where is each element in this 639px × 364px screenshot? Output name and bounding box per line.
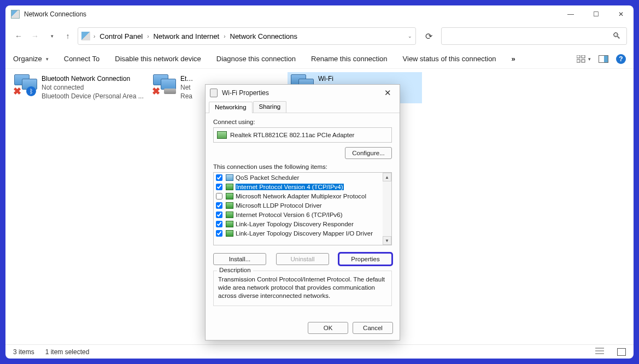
help-button[interactable]: ? <box>616 54 626 64</box>
protocol-item[interactable]: Internet Protocol Version 4 (TCP/IPv4) <box>214 182 383 191</box>
maximize-button[interactable]: ☐ <box>583 5 608 23</box>
chevron-right-icon: › <box>92 33 96 39</box>
connection-name: Bluetooth Network Connection <box>42 74 144 83</box>
connection-device: Bluetooth Device (Personal Area ... <box>42 92 144 101</box>
diagnose-button[interactable]: Diagnose this connection <box>216 55 296 63</box>
protocol-checkbox[interactable] <box>216 221 222 227</box>
breadcrumb-item[interactable]: Network Connections <box>229 32 299 40</box>
list-view-icon <box>595 347 604 355</box>
connect-to-button[interactable]: Connect To <box>64 55 100 63</box>
cancel-button[interactable]: Cancel <box>353 322 393 334</box>
protocol-icon <box>226 221 233 227</box>
properties-button[interactable]: Properties <box>339 253 392 265</box>
install-button[interactable]: Install... <box>213 253 266 265</box>
large-icons-view-button[interactable] <box>617 348 626 356</box>
chevron-right-icon: › <box>146 33 150 39</box>
rename-button[interactable]: Rename this connection <box>311 55 387 63</box>
dialog-close-button[interactable]: ✕ <box>380 86 395 99</box>
protocol-label: Link-Layer Topology Discovery Mapper I/O… <box>236 230 373 237</box>
address-dropdown-icon[interactable]: ⌄ <box>408 33 412 39</box>
svg-rect-2 <box>577 60 580 62</box>
breadcrumb-item[interactable]: Network and Internet <box>152 32 220 40</box>
navigation-row: ← → ▾ ↑ › Control Panel › Network and In… <box>5 23 634 49</box>
bluetooth-icon: ᛒ <box>26 86 36 96</box>
connect-using-label: Connect using: <box>213 119 392 125</box>
protocol-checkbox[interactable] <box>216 230 222 237</box>
address-bar[interactable]: › Control Panel › Network and Internet ›… <box>78 27 416 45</box>
protocol-label: Link-Layer Topology Discovery Responder <box>236 221 354 227</box>
protocol-label: Internet Protocol Version 4 (TCP/IPv4) <box>236 184 344 190</box>
dialog-tabs: Networking Sharing <box>206 101 400 113</box>
description-group: Description Transmission Control Protoco… <box>213 271 392 306</box>
svg-rect-1 <box>582 55 585 58</box>
forward-button[interactable]: → <box>28 28 42 44</box>
protocol-item[interactable]: Link-Layer Topology Discovery Mapper I/O… <box>214 228 383 238</box>
dialog-body: Connect using: Realtek RTL8821CE 802.11a… <box>206 113 400 316</box>
chevron-right-icon: › <box>222 33 226 39</box>
connection-name: Wi-Fi <box>318 74 349 83</box>
protocol-label: Microsoft Network Adapter Multiplexor Pr… <box>236 193 366 199</box>
properties-icon <box>210 89 218 97</box>
protocol-item[interactable]: Link-Layer Topology Discovery Responder <box>214 219 383 228</box>
back-button[interactable]: ← <box>12 28 25 44</box>
view-options-button[interactable]: ▾ <box>577 55 591 63</box>
protocol-icon <box>226 193 233 199</box>
protocol-icon <box>226 184 233 190</box>
scroll-up-button[interactable]: ▲ <box>383 173 391 181</box>
disable-device-button[interactable]: Disable this network device <box>115 55 201 63</box>
connection-item-bluetooth[interactable]: ✖ ᛒ Bluetooth Network Connection Not con… <box>11 72 150 103</box>
thumbnails-icon <box>577 55 585 63</box>
ok-button[interactable]: OK <box>308 322 348 334</box>
view-status-button[interactable]: View status of this connection <box>403 55 496 63</box>
svg-rect-0 <box>577 55 580 58</box>
refresh-button[interactable]: ⟳ <box>419 27 438 45</box>
connection-item-ethernet[interactable]: ✖ Ethernet Net Rea <box>150 72 199 103</box>
tab-networking[interactable]: Networking <box>209 102 253 113</box>
minimize-button[interactable]: — <box>558 5 583 23</box>
breadcrumb-item[interactable]: Control Panel <box>98 32 144 40</box>
wifi-properties-dialog: Wi-Fi Properties ✕ Networking Sharing Co… <box>205 84 400 340</box>
toolbar-overflow-button[interactable]: » <box>512 55 515 63</box>
protocol-checkbox[interactable] <box>216 184 222 190</box>
control-panel-icon <box>81 32 90 40</box>
dialog-title: Wi-Fi Properties <box>222 89 269 97</box>
protocol-item[interactable]: QoS Packet Scheduler <box>214 173 383 182</box>
protocol-icon <box>226 174 233 181</box>
preview-pane-button[interactable] <box>599 55 608 63</box>
details-view-button[interactable] <box>595 347 604 356</box>
tab-sharing[interactable]: Sharing <box>253 101 287 113</box>
network-connections-icon <box>11 10 20 19</box>
adapter-field[interactable]: Realtek RTL8821CE 802.11ac PCIe Adapter <box>213 127 392 143</box>
protocol-icon <box>226 202 233 209</box>
configure-button[interactable]: Configure... <box>345 147 392 159</box>
window-title: Network Connections <box>24 10 86 18</box>
dialog-title-bar: Wi-Fi Properties ✕ <box>206 85 400 101</box>
close-button[interactable]: ✕ <box>608 5 634 23</box>
protocol-item[interactable]: Microsoft Network Adapter Multiplexor Pr… <box>214 191 383 201</box>
protocol-checkbox[interactable] <box>216 174 222 181</box>
description-legend: Description <box>217 267 253 273</box>
dialog-footer: OK Cancel <box>206 316 400 340</box>
ethernet-plug-icon <box>164 89 176 94</box>
scroll-down-button[interactable]: ▼ <box>383 236 391 245</box>
protocol-checkbox[interactable] <box>216 212 222 218</box>
uninstall-button[interactable]: Uninstall <box>276 253 329 265</box>
protocol-checkbox[interactable] <box>216 202 222 209</box>
item-count: 3 items <box>13 348 34 356</box>
title-bar: Network Connections — ☐ ✕ <box>5 5 634 23</box>
protocol-label: QoS Packet Scheduler <box>236 174 299 181</box>
scrollbar[interactable]: ▲ ▼ <box>383 173 391 245</box>
history-dropdown[interactable]: ▾ <box>45 28 58 44</box>
up-button[interactable]: ↑ <box>61 28 74 44</box>
protocol-checkbox[interactable] <box>216 193 222 199</box>
organize-menu[interactable]: Organize▾ <box>13 55 49 63</box>
window-controls: — ☐ ✕ <box>558 5 634 23</box>
search-icon: 🔍︎ <box>612 31 621 41</box>
protocol-item[interactable]: Microsoft LLDP Protocol Driver <box>214 201 383 210</box>
search-input[interactable]: 🔍︎ <box>441 27 627 45</box>
protocol-label: Microsoft LLDP Protocol Driver <box>236 202 322 209</box>
protocol-label: Internet Protocol Version 6 (TCP/IPv6) <box>236 212 343 218</box>
items-label: This connection uses the following items… <box>213 163 392 170</box>
protocol-item[interactable]: Internet Protocol Version 6 (TCP/IPv6) <box>214 210 383 219</box>
protocol-icon <box>226 212 233 218</box>
